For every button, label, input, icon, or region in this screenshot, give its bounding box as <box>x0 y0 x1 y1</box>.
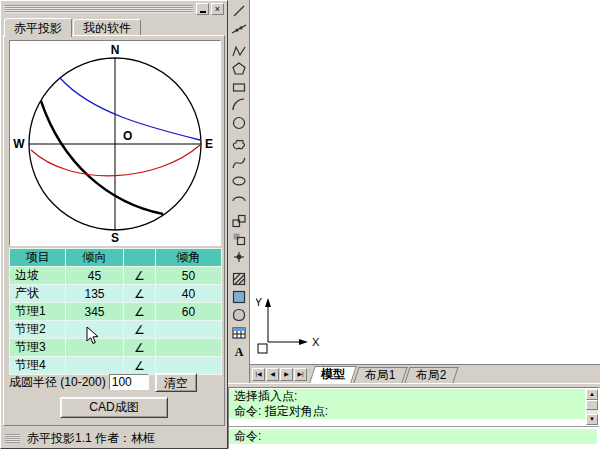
dip-cell[interactable]: 40 <box>156 285 222 303</box>
table-tool[interactable] <box>229 324 248 342</box>
dip-direction-cell[interactable] <box>66 339 124 357</box>
point-tool[interactable] <box>229 248 248 266</box>
panel-titlebar[interactable]: × <box>2 2 226 16</box>
dip-cell[interactable]: 60 <box>156 303 222 321</box>
item-cell[interactable]: 边坡 <box>10 267 66 285</box>
table-row[interactable]: 节理1 345 ∠ 60 <box>10 303 222 321</box>
polygon-icon <box>231 61 247 77</box>
command-divider[interactable] <box>229 426 599 427</box>
make-block-tool[interactable] <box>229 230 248 248</box>
spline-tool[interactable] <box>229 154 248 172</box>
stereonet-panel: × 赤平投影 我的软件 N S W E O <box>0 0 228 449</box>
slope-arc <box>41 101 163 214</box>
circle-tool[interactable] <box>229 114 248 132</box>
dip-direction-cell[interactable] <box>66 321 124 339</box>
table-row[interactable]: 边坡 45 ∠ 50 <box>10 267 222 285</box>
ellipse-tool[interactable] <box>229 172 248 190</box>
tab-stereographic-projection[interactable]: 赤平投影 <box>4 18 72 37</box>
svg-text:A: A <box>234 345 243 359</box>
minimize-icon <box>200 11 206 13</box>
close-button[interactable]: × <box>211 3 224 15</box>
clear-button[interactable]: 清空 <box>155 373 197 392</box>
mtext-tool[interactable]: A <box>229 342 248 360</box>
dip-direction-cell[interactable]: 135 <box>66 285 124 303</box>
tab-model[interactable]: 模型 <box>309 366 357 383</box>
table-icon <box>231 325 247 341</box>
draw-toolbar: A <box>228 0 250 383</box>
dip-direction-cell[interactable]: 45 <box>66 267 124 285</box>
polygon-tool[interactable] <box>229 60 248 78</box>
circle-icon <box>231 115 247 131</box>
dip-cell[interactable] <box>156 321 222 339</box>
table-row[interactable]: 节理3 ∠ <box>10 339 222 357</box>
first-tab-button[interactable]: |◀ <box>252 368 265 381</box>
rectangle-tool[interactable] <box>229 78 248 96</box>
cad-button-row: CAD成图 <box>4 397 224 418</box>
cad-plot-button[interactable]: CAD成图 <box>60 397 168 418</box>
scroll-down-icon[interactable]: ▼ <box>586 414 598 425</box>
line-icon <box>231 3 247 19</box>
region-tool[interactable] <box>229 306 248 324</box>
ellipse-arc-icon <box>231 191 247 207</box>
item-cell[interactable]: 产状 <box>10 285 66 303</box>
drawing-canvas[interactable]: Y X <box>250 0 600 364</box>
gradient-icon <box>231 289 247 305</box>
polyline-tool[interactable] <box>229 42 248 60</box>
item-cell[interactable]: 节理3 <box>10 339 66 357</box>
next-tab-button[interactable]: ▶ <box>280 368 293 381</box>
arc-tool[interactable] <box>229 96 248 114</box>
command-history-line: 选择插入点: <box>229 389 585 404</box>
table-row[interactable]: 节理2 ∠ <box>10 321 222 339</box>
make-block-icon <box>231 231 247 247</box>
header-angle-symbol <box>124 249 156 267</box>
stereonet-plot: N S W E O <box>9 40 221 246</box>
spline-icon <box>231 155 247 171</box>
south-label: S <box>111 231 119 245</box>
last-tab-button[interactable]: ▶| <box>294 368 307 381</box>
resize-grip[interactable] <box>5 434 20 443</box>
command-history[interactable]: 选择插入点: 命令: 指定对角点: ▲ ▼ <box>229 388 599 426</box>
dip-cell[interactable]: 50 <box>156 267 222 285</box>
ellipse-arc-tool[interactable] <box>229 190 248 208</box>
command-history-line: 命令: 指定对角点: <box>229 404 585 419</box>
tab-my-software[interactable]: 我的软件 <box>73 19 141 36</box>
angle-symbol: ∠ <box>124 339 156 357</box>
west-label: W <box>13 137 25 151</box>
angle-symbol: ∠ <box>124 285 156 303</box>
ucs-y-label: Y <box>256 296 263 308</box>
radius-row: 成圆半径 (10-200) 清空 <box>9 372 219 392</box>
tab-layout1[interactable]: 布局1 <box>353 367 407 383</box>
table-row[interactable]: 产状 135 ∠ 40 <box>10 285 222 303</box>
scrollbar-thumb[interactable] <box>586 400 598 410</box>
command-area: 选择插入点: 命令: 指定对角点: ▲ ▼ 命令: <box>228 383 600 449</box>
titlebar-grip[interactable] <box>5 5 193 13</box>
command-input-line[interactable]: 命令: <box>229 429 597 444</box>
radius-input[interactable] <box>109 374 149 390</box>
command-scrollbar[interactable]: ▲ ▼ <box>586 389 598 425</box>
north-label: N <box>111 43 120 57</box>
hatch-icon <box>231 271 247 287</box>
insert-block-tool[interactable] <box>229 212 248 230</box>
dip-direction-cell[interactable]: 345 <box>66 303 124 321</box>
item-cell[interactable]: 节理2 <box>10 321 66 339</box>
revision-cloud-tool[interactable] <box>229 136 248 154</box>
arc-icon <box>231 97 247 113</box>
command-window: 选择插入点: 命令: 指定对角点: ▲ ▼ 命令: <box>228 387 600 449</box>
angle-symbol: ∠ <box>124 267 156 285</box>
construction-line-tool[interactable] <box>229 20 248 38</box>
orientation-table: 项目 倾向 倾角 边坡 45 ∠ 50 产状 135 <box>9 248 222 375</box>
status-text: 赤平投影1.1 作者：林框 <box>27 430 155 447</box>
dip-cell[interactable] <box>156 339 222 357</box>
point-icon <box>231 249 247 265</box>
scroll-up-icon[interactable]: ▲ <box>586 389 598 400</box>
header-dip: 倾角 <box>156 249 222 267</box>
line-tool[interactable] <box>229 2 248 20</box>
minimize-button[interactable] <box>196 3 209 15</box>
east-label: E <box>205 137 213 151</box>
item-cell[interactable]: 节理1 <box>10 303 66 321</box>
insert-block-icon <box>231 213 247 229</box>
tab-layout2[interactable]: 布局2 <box>404 367 458 383</box>
gradient-tool[interactable] <box>229 288 248 306</box>
prev-tab-button[interactable]: ◀ <box>266 368 279 381</box>
hatch-tool[interactable] <box>229 270 248 288</box>
